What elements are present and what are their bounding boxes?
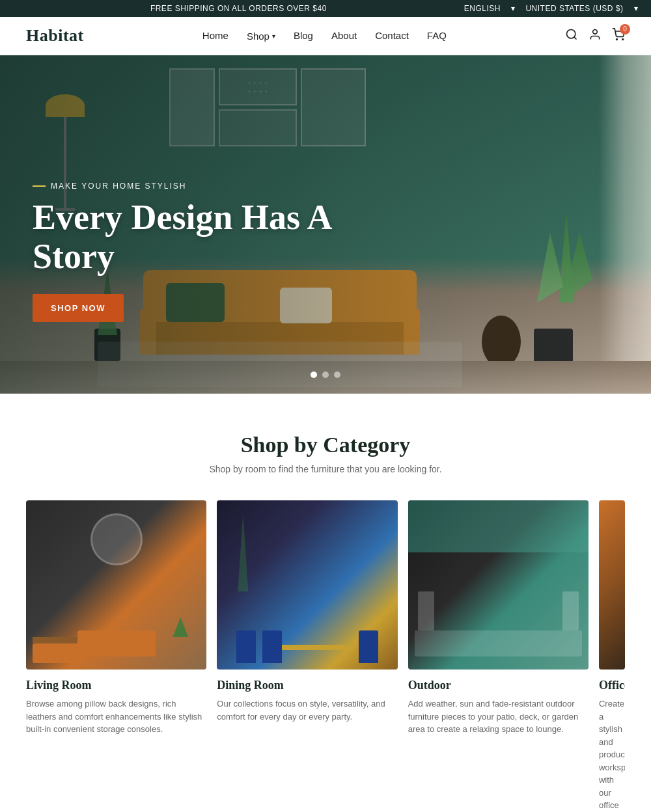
nav-link-home[interactable]: Home [202,30,229,41]
svg-point-0 [567,29,575,38]
category-section: Shop by Category Shop by room to find th… [0,394,651,812]
svg-point-2 [593,29,598,34]
category-name-living-room: Living Room [26,679,206,692]
nav-link-faq[interactable]: FAQ [427,30,447,41]
language-chevron: ▾ [511,4,516,13]
nav-link-about[interactable]: About [331,30,357,41]
lr-mirror [90,513,143,565]
outdoor-pool [408,500,589,552]
nav-item-about[interactable]: About [331,30,357,42]
hero-title: Every Design Has A Story [33,198,333,276]
category-desc-dining-room: Our collections focus on style, versatil… [217,697,397,723]
category-img-dining-room [217,500,397,670]
category-section-title: Shop by Category [26,433,625,457]
dr-chair-3 [359,630,378,663]
hero-eyebrow: MAKE YOUR HOME STYLISH [33,182,333,191]
nav-list: Home Shop ▾ Blog About Contact FAQ [202,30,447,42]
category-name-dining-room: Dining Room [217,679,397,692]
category-grid: Living Room Browse among pillow back des… [26,500,625,812]
nav-item-contact[interactable]: Contact [375,30,409,42]
lr-sofa [33,643,85,663]
hero-dot-2[interactable] [322,372,329,378]
cart-count-badge: 0 [620,24,630,34]
main-nav: Home Shop ▾ Blog About Contact FAQ [202,30,447,42]
header-icons: 0 [565,28,625,44]
header: Habitat Home Shop ▾ Blog About Contact F… [0,17,651,55]
hero-dot-1[interactable] [311,372,317,378]
lr-shelf [33,637,98,643]
announcement-text: FREE SHIPPING ON ALL ORDERS OVER $40 [13,4,464,13]
category-img-living-room [26,500,206,670]
language-selector[interactable]: ENGLISH [464,4,501,13]
account-button[interactable] [589,28,602,44]
category-desc-outdoor: Add weather, sun and fade-resistant outd… [408,697,589,736]
nav-item-home[interactable]: Home [202,30,229,42]
svg-point-3 [616,38,618,40]
currency-chevron: ▾ [634,4,639,13]
category-img-outdoor [408,500,589,670]
outdoor-table [415,630,582,656]
currency-selector[interactable]: UNITED STATES (USD $) [525,4,623,13]
outdoor-chair-1 [418,591,434,630]
shop-now-button[interactable]: SHOP NOW [33,294,124,322]
outdoor-chair-2 [562,591,579,630]
nav-link-blog[interactable]: Blog [294,30,313,41]
svg-line-1 [574,36,577,39]
hero-pagination [311,372,340,378]
category-card-office[interactable]: Office Create a stylish and productive w… [599,500,625,812]
search-icon [565,28,578,41]
nav-link-contact[interactable]: Contact [375,30,409,41]
hero-section: ++++ ++++ [0,55,651,394]
nav-item-shop[interactable]: Shop ▾ [247,31,275,42]
shop-chevron: ▾ [272,33,275,40]
top-bar-right: ENGLISH ▾ UNITED STATES (USD $) ▾ [464,4,638,13]
category-desc-living-room: Browse among pillow back designs, rich l… [26,697,206,736]
nav-item-faq[interactable]: FAQ [427,30,447,42]
cart-button[interactable]: 0 [612,28,625,44]
nav-link-shop[interactable]: Shop [247,31,270,42]
category-img-office [599,500,625,670]
category-card-living-room[interactable]: Living Room Browse among pillow back des… [26,500,206,812]
nav-item-blog[interactable]: Blog [294,30,313,42]
top-bar: FREE SHIPPING ON ALL ORDERS OVER $40 ENG… [0,0,651,17]
search-button[interactable] [565,28,578,44]
category-section-subtitle: Shop by room to find the furniture that … [26,464,625,474]
dr-chair-1 [236,630,256,663]
category-card-outdoor[interactable]: Outdoor Add weather, sun and fade-resist… [408,500,589,812]
category-card-dining-room[interactable]: Dining Room Our collections focus on sty… [217,500,397,812]
user-icon [589,28,602,41]
hero-content: MAKE YOUR HOME STYLISH Every Design Has … [33,182,333,322]
category-name-office: Office [599,679,625,692]
lr-plant [167,617,193,637]
hero-dot-3[interactable] [334,372,340,378]
dr-plant [230,513,256,591]
svg-point-4 [622,38,624,40]
category-name-outdoor: Outdoor [408,679,589,692]
dr-chair-2 [262,630,282,663]
category-desc-office: Create a stylish and productive workspac… [599,697,625,812]
logo[interactable]: Habitat [26,26,84,46]
